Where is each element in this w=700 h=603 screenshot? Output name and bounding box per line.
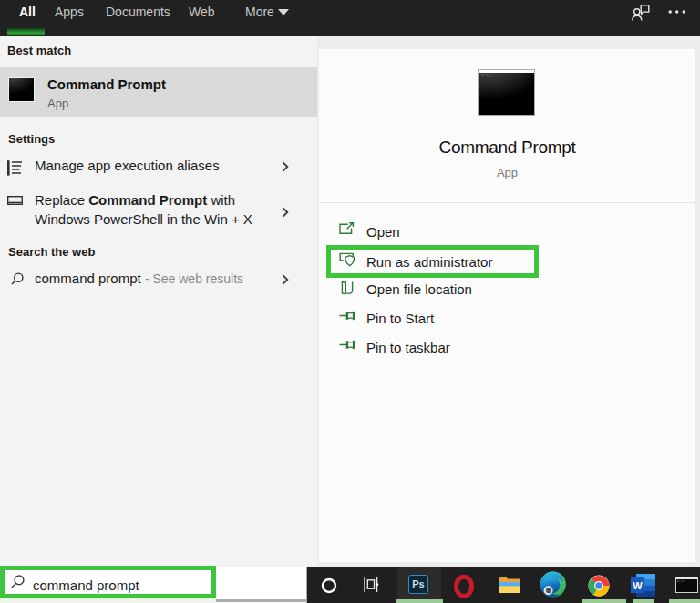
svg-text:W: W [633, 580, 643, 591]
